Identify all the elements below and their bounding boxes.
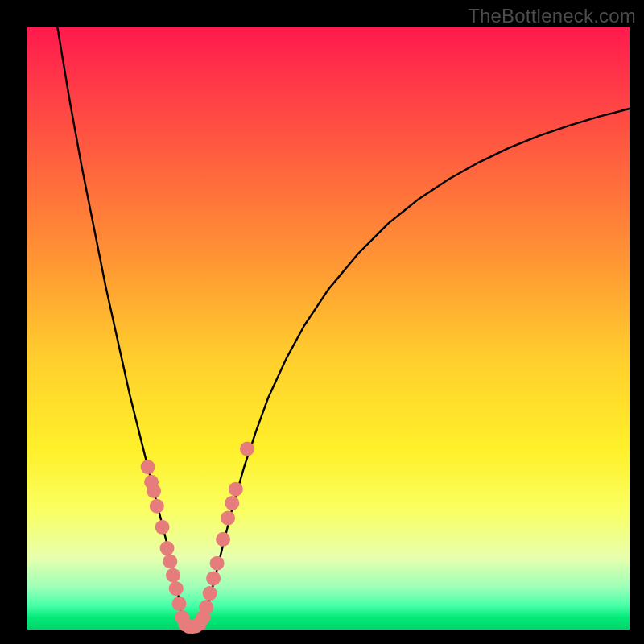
marker-point bbox=[216, 532, 230, 547]
marker-point bbox=[172, 597, 187, 611]
bottleneck-curve bbox=[57, 27, 630, 627]
marker-point bbox=[221, 511, 235, 526]
marker-point bbox=[225, 496, 239, 510]
chart-svg bbox=[27, 27, 630, 630]
marker-point bbox=[199, 600, 213, 614]
marker-point bbox=[210, 556, 225, 571]
marker-point bbox=[155, 520, 170, 535]
marker-point bbox=[229, 482, 243, 497]
marker-point bbox=[240, 442, 254, 456]
watermark-text: TheBottleneck.com bbox=[468, 5, 636, 27]
highlight-markers bbox=[141, 442, 254, 634]
marker-point bbox=[169, 581, 184, 596]
marker-point bbox=[160, 541, 175, 555]
plot-area bbox=[27, 27, 630, 630]
marker-point bbox=[150, 499, 164, 514]
marker-point bbox=[147, 484, 161, 498]
marker-point bbox=[163, 554, 177, 568]
chart-frame: TheBottleneck.com bbox=[0, 0, 644, 644]
marker-point bbox=[203, 586, 217, 601]
marker-point bbox=[166, 568, 180, 583]
marker-point bbox=[141, 460, 155, 474]
marker-point bbox=[206, 571, 221, 585]
